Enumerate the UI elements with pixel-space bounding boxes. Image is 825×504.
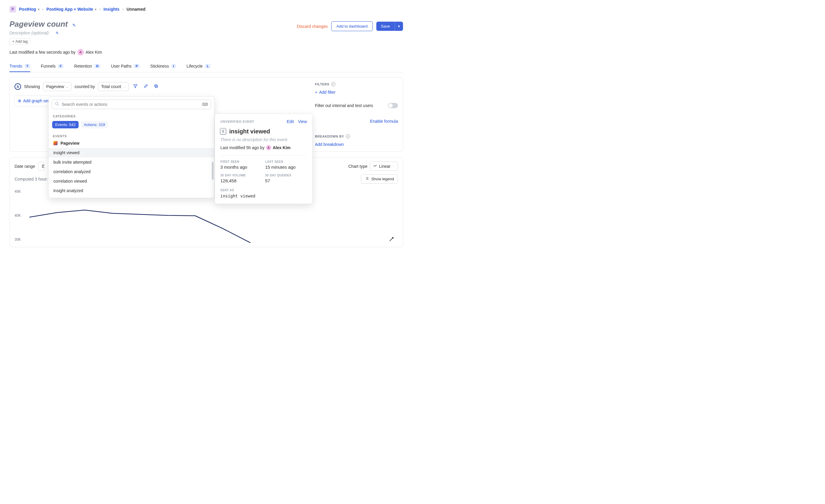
last-modified-user: Alex Kim	[86, 50, 102, 55]
actions-category-pill[interactable]: Actions: 319	[81, 121, 108, 129]
plus-circle-icon: ⊕	[18, 98, 21, 103]
svg-rect-1	[154, 85, 157, 87]
svg-point-2	[56, 102, 58, 105]
breadcrumb-current: Unnamed	[127, 7, 146, 12]
y-tick: 35K	[14, 238, 21, 242]
chevron-down-icon: ▾	[38, 8, 40, 11]
add-series-label: Add graph series	[23, 98, 50, 103]
chevron-right-icon: ›	[123, 7, 124, 11]
tab-shortcut: L	[205, 64, 211, 68]
edit-event-link[interactable]: Edit	[287, 119, 294, 124]
save-button[interactable]: Save	[376, 22, 395, 31]
test-users-toggle[interactable]	[388, 103, 398, 108]
first-seen-value: 3 months ago	[220, 165, 262, 170]
chart-type-value: Linear	[379, 164, 390, 169]
page-title[interactable]: Pageview count	[9, 19, 68, 28]
event-modified-user: Alex Kim	[273, 145, 291, 150]
tab-shortcut: F	[58, 64, 64, 68]
series-badge: A	[14, 83, 21, 90]
chevron-down-icon: ▾	[95, 8, 96, 11]
avatar: A	[266, 145, 271, 150]
edit-title-icon[interactable]: ✎	[72, 23, 76, 27]
event-select[interactable]: Pageview ⌄	[43, 82, 72, 91]
discard-changes-link[interactable]: Discard changes	[297, 24, 328, 29]
event-item[interactable]: Pageview	[49, 139, 214, 148]
add-tag-button[interactable]: + Add tag	[9, 38, 30, 45]
chart-type-select[interactable]: Linear ⌄	[370, 162, 398, 171]
scrollbar[interactable]	[212, 162, 214, 180]
breadcrumb-org[interactable]: PostHog ▾	[19, 7, 40, 12]
edit-icon[interactable]	[142, 82, 149, 91]
event-modified-text: Last modified 5h ago by	[220, 145, 265, 150]
breakdown-label: BREAKDOWN BY	[315, 135, 344, 138]
event-item-label: insight viewed	[53, 150, 79, 155]
save-dropdown-button[interactable]: ▾	[395, 22, 403, 31]
events-category-pill[interactable]: Events: 542	[52, 121, 79, 129]
chevron-down-icon: ⌄	[392, 165, 395, 168]
event-item[interactable]: bulk invite attempted	[49, 157, 214, 167]
sent-as-label: SENT AS	[220, 188, 307, 192]
tab-funnels[interactable]: FunnelsF	[41, 61, 64, 72]
add-to-dashboard-button[interactable]: Add to dashboard	[331, 21, 372, 31]
event-item[interactable]: correlation viewed	[49, 176, 214, 186]
show-legend-button[interactable]: Show legend	[361, 174, 398, 183]
last-seen-label: LAST SEEN	[265, 160, 307, 163]
event-item[interactable]: insight viewed	[49, 148, 214, 157]
tab-label: Stickiness	[150, 64, 169, 69]
chevron-right-icon: ›	[43, 7, 44, 11]
info-icon[interactable]: i	[346, 134, 350, 139]
info-icon[interactable]: i	[331, 82, 335, 86]
view-event-link[interactable]: View	[298, 119, 307, 124]
event-search-popover: ⌨ CATEGORIES Events: 542 Actions: 319 EV…	[48, 96, 214, 198]
events-header: EVENTS	[49, 132, 214, 139]
computed-text: Computed 3 hours ago	[14, 177, 47, 181]
breadcrumbs: P PostHog ▾ › PostHog App + Website ▾ › …	[9, 6, 403, 12]
event-search-input[interactable]	[62, 102, 200, 107]
queries-label: 30 DAY QUERIES	[265, 174, 307, 177]
event-detail-panel: UNVERIFIED EVENT Edit View E insight vie…	[215, 113, 313, 204]
count-select-value: Total count	[101, 84, 121, 89]
add-graph-series-button[interactable]: ⊕ Add graph series	[14, 95, 50, 106]
tab-shortcut: I	[171, 64, 176, 68]
event-select-value: Pageview	[46, 84, 64, 89]
count-select[interactable]: Total count ⌄	[98, 82, 129, 91]
tab-label: Retention	[74, 64, 92, 69]
event-item-label: correlation viewed	[53, 179, 87, 183]
tab-label: Lifecycle	[186, 64, 203, 69]
breadcrumb-insights[interactable]: Insights	[103, 7, 120, 12]
event-description: There is no description for this event	[220, 137, 307, 142]
y-tick: 45K	[14, 189, 21, 193]
edit-description-icon[interactable]: ✎	[55, 31, 58, 35]
event-title: insight viewed	[229, 128, 270, 135]
event-item[interactable]: correlation analyzed	[49, 167, 214, 176]
keyboard-icon: ⌨	[202, 102, 208, 107]
tab-user-paths[interactable]: User PathsP	[111, 61, 140, 72]
tab-retention[interactable]: RetentionR	[74, 61, 100, 72]
tab-label: Trends	[9, 64, 22, 69]
filter-icon[interactable]	[132, 82, 139, 91]
last-seen-value: 15 minutes ago	[265, 165, 307, 170]
plus-icon: +	[12, 39, 14, 44]
tab-stickiness[interactable]: StickinessI	[150, 61, 176, 72]
test-users-label: Filter out internal and test users	[315, 103, 388, 108]
y-tick: 40K	[14, 214, 21, 218]
add-filter-button[interactable]: + Add filter	[315, 90, 398, 95]
show-legend-label: Show legend	[371, 177, 394, 181]
description-placeholder[interactable]: Description (optional)	[9, 30, 49, 35]
showing-label: Showing	[24, 84, 40, 89]
event-item[interactable]: insight analyzed	[49, 186, 214, 195]
queries-value: 57	[265, 178, 307, 183]
copy-icon[interactable]	[152, 82, 160, 91]
posthog-icon	[53, 141, 58, 145]
formula-link[interactable]: Enable formula	[315, 119, 398, 123]
date-range-select[interactable]: 🗓	[38, 162, 45, 171]
tab-lifecycle[interactable]: LifecycleL	[186, 61, 211, 72]
tab-trends[interactable]: TrendsT	[9, 61, 30, 72]
add-breakdown-button[interactable]: Add breakdown	[315, 142, 398, 147]
org-badge: P	[9, 6, 16, 12]
breadcrumb-project[interactable]: PostHog App + Website ▾	[47, 7, 97, 12]
unverified-badge: UNVERIFIED EVENT	[220, 120, 254, 123]
breadcrumb-project-label: PostHog App + Website	[47, 7, 93, 12]
add-tag-label: Add tag	[15, 39, 27, 44]
add-filter-label: Add filter	[319, 90, 335, 95]
